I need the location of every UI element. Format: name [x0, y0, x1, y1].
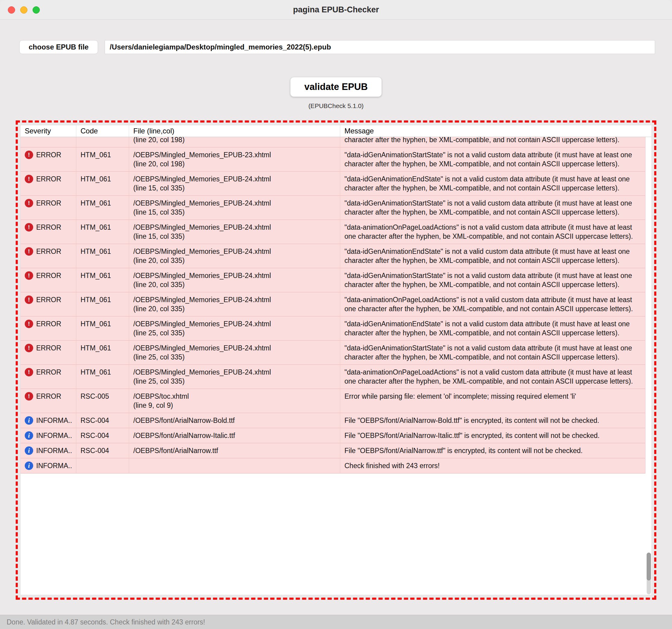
- table-row[interactable]: !ERRORHTM_061/OEBPS/Mingled_Memories_EPU…: [21, 244, 645, 268]
- table-row[interactable]: !ERRORHTM_061/OEBPS/Mingled_Memories_EPU…: [21, 137, 645, 147]
- message-cell: "data-idGenAnimationStartState" is not a…: [340, 147, 645, 171]
- table-row[interactable]: iINFORMA...RSC-004/OEBPS/font/ArialNarro…: [21, 443, 645, 459]
- file-cell: /OEBPS/Mingled_Memories_EPUB-24.xhtml(li…: [129, 244, 340, 268]
- file-path: /OEBPS/Mingled_Memories_EPUB-24.xhtml: [133, 295, 336, 304]
- severity-cell: !ERROR: [21, 196, 76, 219]
- table-row[interactable]: iINFORMA...RSC-004/OEBPS/font/ArialNarro…: [21, 428, 645, 443]
- file-location: (line 25, col 335): [133, 352, 336, 362]
- zoom-button[interactable]: [32, 6, 40, 14]
- epubcheck-version-label: (EPUBCheck 5.1.0): [0, 102, 672, 110]
- severity-label: ERROR: [36, 271, 61, 280]
- column-header-severity[interactable]: Severity: [21, 125, 76, 137]
- severity-cell: !ERROR: [21, 147, 76, 171]
- column-header-code[interactable]: Code: [76, 125, 129, 137]
- error-icon: !: [25, 223, 33, 232]
- error-icon: !: [25, 175, 33, 183]
- message-cell: "data-idGenAnimationEndState" is not a v…: [340, 137, 645, 147]
- error-icon: !: [25, 271, 33, 280]
- table-row[interactable]: !ERRORHTM_061/OEBPS/Mingled_Memories_EPU…: [21, 196, 645, 220]
- file-cell: /OEBPS/Mingled_Memories_EPUB-24.xhtml(li…: [129, 196, 340, 219]
- message-cell: "data-idGenAnimationEndState" is not a v…: [340, 244, 645, 268]
- table-row[interactable]: !ERRORHTM_061/OEBPS/Mingled_Memories_EPU…: [21, 293, 645, 317]
- message-cell: Check finished with 243 errors!: [340, 459, 645, 473]
- table-header: Severity Code File (line,col) Message: [21, 125, 651, 137]
- severity-cell: iINFORMA...: [21, 459, 76, 473]
- file-path-input[interactable]: [105, 40, 655, 54]
- file-cell: /OEBPS/Mingled_Memories_EPUB-24.xhtml(li…: [129, 172, 340, 195]
- error-icon: !: [25, 150, 33, 159]
- severity-label: ERROR: [36, 344, 61, 352]
- file-cell: /OEBPS/Mingled_Memories_EPUB-24.xhtml(li…: [129, 365, 340, 389]
- minimize-button[interactable]: [20, 6, 27, 14]
- column-header-message[interactable]: Message: [340, 125, 651, 137]
- code-cell: HTM_061: [76, 293, 129, 316]
- message-cell: "data-idGenAnimationEndState" is not a v…: [340, 317, 645, 340]
- info-icon: i: [25, 462, 33, 470]
- file-cell: /OEBPS/Mingled_Memories_EPUB-24.xhtml(li…: [129, 293, 340, 316]
- severity-label: ERROR: [36, 247, 61, 256]
- table-row[interactable]: iINFORMA...RSC-004/OEBPS/font/ArialNarro…: [21, 413, 645, 428]
- file-location: (line 25, col 335): [133, 377, 336, 386]
- message-cell: Error while parsing file: element 'ol' i…: [340, 389, 645, 413]
- table-row[interactable]: !ERRORHTM_061/OEBPS/Mingled_Memories_EPU…: [21, 317, 645, 341]
- file-cell: /OEBPS/Mingled_Memories_EPUB-24.xhtml(li…: [129, 341, 340, 364]
- validate-epub-button[interactable]: validate EPUB: [290, 77, 382, 97]
- table-row[interactable]: !ERRORHTM_061/OEBPS/Mingled_Memories_EPU…: [21, 172, 645, 196]
- table-row[interactable]: iINFORMA...Check finished with 243 error…: [21, 459, 645, 473]
- file-location: (line 9, col 9): [133, 401, 336, 410]
- error-icon: !: [25, 392, 33, 400]
- status-bar: Done. Validated in 4.87 seconds. Check f…: [0, 615, 672, 629]
- severity-label: ERROR: [36, 199, 61, 208]
- severity-cell: !ERROR: [21, 172, 76, 195]
- file-location: (line 20, col 198): [133, 159, 336, 168]
- code-cell: HTM_061: [76, 196, 129, 219]
- severity-cell: !ERROR: [21, 268, 76, 292]
- table-row[interactable]: !ERRORHTM_061/OEBPS/Mingled_Memories_EPU…: [21, 341, 645, 365]
- file-path: /OEBPS/toc.xhtml: [133, 392, 336, 401]
- table-row[interactable]: !ERRORHTM_061/OEBPS/Mingled_Memories_EPU…: [21, 268, 645, 293]
- file-location: (line 20, col 198): [133, 137, 336, 144]
- file-path: /OEBPS/Mingled_Memories_EPUB-24.xhtml: [133, 271, 336, 280]
- message-cell: File "OEBPS/font/ArialNarrow-Bold.ttf" i…: [340, 413, 645, 428]
- severity-cell: !ERROR: [21, 365, 76, 389]
- message-cell: "data-animationOnPageLoadActions" is not…: [340, 220, 645, 243]
- close-button[interactable]: [8, 6, 15, 14]
- severity-label: INFORMA...: [36, 431, 72, 440]
- error-icon: !: [25, 247, 33, 256]
- choose-epub-file-button[interactable]: choose EPUB file: [19, 40, 98, 54]
- severity-cell: !ERROR: [21, 220, 76, 243]
- code-cell: HTM_061: [76, 220, 129, 243]
- message-cell: File "OEBPS/font/ArialNarrow.ttf" is enc…: [340, 443, 645, 458]
- severity-label: INFORMA...: [36, 461, 72, 470]
- file-location: (line 15, col 335): [133, 184, 336, 192]
- info-icon: i: [25, 431, 33, 440]
- table-row[interactable]: !ERRORRSC-005/OEBPS/toc.xhtml(line 9, co…: [21, 389, 645, 413]
- code-cell: RSC-004: [76, 413, 129, 428]
- file-path: /OEBPS/Mingled_Memories_EPUB-24.xhtml: [133, 223, 336, 232]
- severity-cell: iINFORMA...: [21, 428, 76, 443]
- file-location: (line 20, col 335): [133, 280, 336, 289]
- file-chooser-row: choose EPUB file: [19, 40, 655, 54]
- message-cell: File "OEBPS/font/ArialNarrow-Italic.ttf"…: [340, 428, 645, 443]
- message-cell: "data-animationOnPageLoadActions" is not…: [340, 365, 645, 389]
- file-path: /OEBPS/font/ArialNarrow-Italic.ttf: [133, 431, 336, 440]
- scrollbar-thumb[interactable]: [647, 553, 651, 580]
- table-row[interactable]: !ERRORHTM_061/OEBPS/Mingled_Memories_EPU…: [21, 220, 645, 244]
- table-row[interactable]: !ERRORHTM_061/OEBPS/Mingled_Memories_EPU…: [21, 365, 645, 389]
- file-cell: [129, 459, 340, 473]
- file-cell: /OEBPS/Mingled_Memories_EPUB-23.xhtml(li…: [129, 137, 340, 147]
- severity-cell: !ERROR: [21, 293, 76, 316]
- file-location: (line 15, col 335): [133, 232, 336, 241]
- severity-cell: !ERROR: [21, 244, 76, 268]
- table-row[interactable]: !ERRORHTM_061/OEBPS/Mingled_Memories_EPU…: [21, 147, 645, 172]
- severity-cell: iINFORMA...: [21, 443, 76, 458]
- code-cell: RSC-004: [76, 428, 129, 443]
- file-path: /OEBPS/Mingled_Memories_EPUB-24.xhtml: [133, 368, 336, 377]
- severity-cell: iINFORMA...: [21, 413, 76, 428]
- code-cell: HTM_061: [76, 137, 129, 147]
- file-path: /OEBPS/Mingled_Memories_EPUB-24.xhtml: [133, 247, 336, 256]
- severity-label: ERROR: [36, 174, 61, 184]
- column-header-file[interactable]: File (line,col): [129, 125, 340, 137]
- file-cell: /OEBPS/Mingled_Memories_EPUB-24.xhtml(li…: [129, 220, 340, 243]
- table-body: !ERRORHTM_061/OEBPS/Mingled_Memories_EPU…: [21, 137, 651, 595]
